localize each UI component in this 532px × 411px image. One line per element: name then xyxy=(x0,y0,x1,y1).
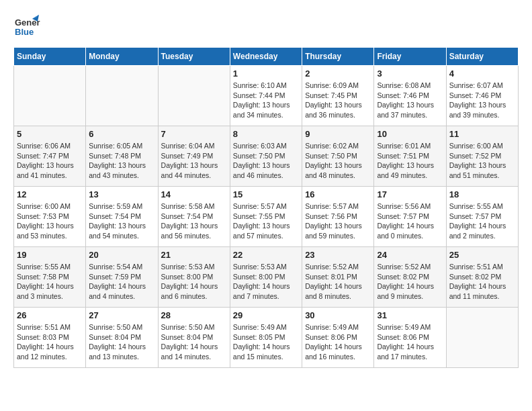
day-number: 15 xyxy=(233,189,299,199)
day-info: Sunrise: 6:00 AM Sunset: 7:52 PM Dayligh… xyxy=(449,141,515,181)
day-number: 29 xyxy=(233,310,299,320)
day-cell: 23Sunrise: 5:52 AM Sunset: 8:01 PM Dayli… xyxy=(302,247,374,308)
day-number: 22 xyxy=(233,250,299,260)
day-cell: 26Sunrise: 5:51 AM Sunset: 8:03 PM Dayli… xyxy=(14,308,86,368)
day-number: 6 xyxy=(89,129,154,139)
day-number: 10 xyxy=(377,129,443,139)
day-number: 26 xyxy=(17,310,83,320)
header-cell-monday: Monday xyxy=(86,48,158,66)
day-number: 16 xyxy=(305,189,371,199)
day-cell: 10Sunrise: 6:01 AM Sunset: 7:51 PM Dayli… xyxy=(374,126,446,187)
day-info: Sunrise: 5:52 AM Sunset: 8:01 PM Dayligh… xyxy=(305,262,371,302)
day-number: 1 xyxy=(233,68,299,79)
day-cell: 3Sunrise: 6:08 AM Sunset: 7:46 PM Daylig… xyxy=(374,66,446,126)
day-info: Sunrise: 6:03 AM Sunset: 7:50 PM Dayligh… xyxy=(233,141,299,181)
header-cell-friday: Friday xyxy=(374,48,446,66)
day-info: Sunrise: 5:57 AM Sunset: 7:56 PM Dayligh… xyxy=(305,201,371,241)
day-cell: 11Sunrise: 6:00 AM Sunset: 7:52 PM Dayli… xyxy=(446,126,518,187)
day-info: Sunrise: 5:55 AM Sunset: 7:57 PM Dayligh… xyxy=(449,201,515,241)
day-number: 13 xyxy=(89,189,154,199)
day-number: 17 xyxy=(377,189,443,199)
day-cell: 9Sunrise: 6:02 AM Sunset: 7:50 PM Daylig… xyxy=(302,126,374,187)
calendar-body: 1Sunrise: 6:10 AM Sunset: 7:44 PM Daylig… xyxy=(14,66,519,368)
day-cell: 7Sunrise: 6:04 AM Sunset: 7:49 PM Daylig… xyxy=(158,126,230,187)
day-number: 25 xyxy=(449,250,515,260)
day-info: Sunrise: 5:58 AM Sunset: 7:54 PM Dayligh… xyxy=(161,201,227,241)
day-info: Sunrise: 6:06 AM Sunset: 7:47 PM Dayligh… xyxy=(17,141,83,181)
day-info: Sunrise: 6:01 AM Sunset: 7:51 PM Dayligh… xyxy=(377,141,443,181)
day-number: 19 xyxy=(17,250,83,260)
day-number: 11 xyxy=(449,129,515,139)
day-cell xyxy=(14,66,86,126)
day-info: Sunrise: 5:57 AM Sunset: 7:55 PM Dayligh… xyxy=(233,201,299,241)
header-cell-saturday: Saturday xyxy=(446,48,518,66)
day-cell: 1Sunrise: 6:10 AM Sunset: 7:44 PM Daylig… xyxy=(230,66,302,126)
week-row-1: 1Sunrise: 6:10 AM Sunset: 7:44 PM Daylig… xyxy=(14,66,519,126)
day-number: 27 xyxy=(89,310,154,320)
day-info: Sunrise: 5:49 AM Sunset: 8:05 PM Dayligh… xyxy=(233,322,299,362)
header-cell-sunday: Sunday xyxy=(14,48,86,66)
day-cell: 4Sunrise: 6:07 AM Sunset: 7:46 PM Daylig… xyxy=(446,66,518,126)
week-row-4: 19Sunrise: 5:55 AM Sunset: 7:58 PM Dayli… xyxy=(14,247,519,308)
day-cell: 24Sunrise: 5:52 AM Sunset: 8:02 PM Dayli… xyxy=(374,247,446,308)
day-cell: 13Sunrise: 5:59 AM Sunset: 7:54 PM Dayli… xyxy=(86,187,158,247)
day-number: 23 xyxy=(305,250,371,260)
day-info: Sunrise: 5:54 AM Sunset: 7:59 PM Dayligh… xyxy=(89,262,154,302)
week-row-5: 26Sunrise: 5:51 AM Sunset: 8:03 PM Dayli… xyxy=(14,308,519,368)
week-row-3: 12Sunrise: 6:00 AM Sunset: 7:53 PM Dayli… xyxy=(14,187,519,247)
day-info: Sunrise: 5:53 AM Sunset: 8:00 PM Dayligh… xyxy=(161,262,227,302)
day-number: 5 xyxy=(17,129,83,139)
day-cell: 25Sunrise: 5:51 AM Sunset: 8:02 PM Dayli… xyxy=(446,247,518,308)
day-number: 24 xyxy=(377,250,443,260)
day-cell: 6Sunrise: 6:05 AM Sunset: 7:48 PM Daylig… xyxy=(86,126,158,187)
day-info: Sunrise: 6:05 AM Sunset: 7:48 PM Dayligh… xyxy=(89,141,154,181)
day-number: 9 xyxy=(305,129,371,139)
day-number: 3 xyxy=(377,68,443,79)
day-cell: 19Sunrise: 5:55 AM Sunset: 7:58 PM Dayli… xyxy=(14,247,86,308)
day-number: 14 xyxy=(161,189,227,199)
calendar-header: SundayMondayTuesdayWednesdayThursdayFrid… xyxy=(14,48,519,66)
day-cell xyxy=(158,66,230,126)
day-info: Sunrise: 5:51 AM Sunset: 8:02 PM Dayligh… xyxy=(449,262,515,302)
day-cell: 20Sunrise: 5:54 AM Sunset: 7:59 PM Dayli… xyxy=(86,247,158,308)
day-cell: 15Sunrise: 5:57 AM Sunset: 7:55 PM Dayli… xyxy=(230,187,302,247)
day-cell: 29Sunrise: 5:49 AM Sunset: 8:05 PM Dayli… xyxy=(230,308,302,368)
day-info: Sunrise: 5:59 AM Sunset: 7:54 PM Dayligh… xyxy=(89,201,154,241)
day-info: Sunrise: 6:08 AM Sunset: 7:46 PM Dayligh… xyxy=(377,81,443,120)
day-info: Sunrise: 6:04 AM Sunset: 7:49 PM Dayligh… xyxy=(161,141,227,181)
day-number: 31 xyxy=(377,310,443,320)
day-cell: 21Sunrise: 5:53 AM Sunset: 8:00 PM Dayli… xyxy=(158,247,230,308)
day-info: Sunrise: 5:51 AM Sunset: 8:03 PM Dayligh… xyxy=(17,322,83,362)
day-info: Sunrise: 5:52 AM Sunset: 8:02 PM Dayligh… xyxy=(377,262,443,302)
day-cell: 14Sunrise: 5:58 AM Sunset: 7:54 PM Dayli… xyxy=(158,187,230,247)
header-cell-tuesday: Tuesday xyxy=(158,48,230,66)
day-info: Sunrise: 5:50 AM Sunset: 8:04 PM Dayligh… xyxy=(161,322,227,362)
day-number: 12 xyxy=(17,189,83,199)
day-number: 4 xyxy=(449,68,515,79)
day-cell: 5Sunrise: 6:06 AM Sunset: 7:47 PM Daylig… xyxy=(14,126,86,187)
day-info: Sunrise: 6:10 AM Sunset: 7:44 PM Dayligh… xyxy=(233,81,299,120)
page-header: General Blue xyxy=(13,13,519,40)
calendar-table: SundayMondayTuesdayWednesdayThursdayFrid… xyxy=(13,47,519,368)
day-cell: 30Sunrise: 5:49 AM Sunset: 8:06 PM Dayli… xyxy=(302,308,374,368)
day-info: Sunrise: 5:49 AM Sunset: 8:06 PM Dayligh… xyxy=(377,322,443,362)
day-info: Sunrise: 5:49 AM Sunset: 8:06 PM Dayligh… xyxy=(305,322,371,362)
day-number: 30 xyxy=(305,310,371,320)
day-cell: 27Sunrise: 5:50 AM Sunset: 8:04 PM Dayli… xyxy=(86,308,158,368)
header-cell-thursday: Thursday xyxy=(302,48,374,66)
day-cell: 28Sunrise: 5:50 AM Sunset: 8:04 PM Dayli… xyxy=(158,308,230,368)
day-info: Sunrise: 6:09 AM Sunset: 7:45 PM Dayligh… xyxy=(305,81,371,120)
day-info: Sunrise: 6:02 AM Sunset: 7:50 PM Dayligh… xyxy=(305,141,371,181)
day-cell: 16Sunrise: 5:57 AM Sunset: 7:56 PM Dayli… xyxy=(302,187,374,247)
logo: General Blue xyxy=(13,13,40,40)
svg-text:Blue: Blue xyxy=(15,27,34,37)
day-cell xyxy=(446,308,518,368)
day-info: Sunrise: 5:50 AM Sunset: 8:04 PM Dayligh… xyxy=(89,322,154,362)
header-row: SundayMondayTuesdayWednesdayThursdayFrid… xyxy=(14,48,519,66)
day-info: Sunrise: 6:07 AM Sunset: 7:46 PM Dayligh… xyxy=(449,81,515,120)
day-cell: 31Sunrise: 5:49 AM Sunset: 8:06 PM Dayli… xyxy=(374,308,446,368)
day-cell: 2Sunrise: 6:09 AM Sunset: 7:45 PM Daylig… xyxy=(302,66,374,126)
header-cell-wednesday: Wednesday xyxy=(230,48,302,66)
day-number: 18 xyxy=(449,189,515,199)
day-cell xyxy=(86,66,158,126)
